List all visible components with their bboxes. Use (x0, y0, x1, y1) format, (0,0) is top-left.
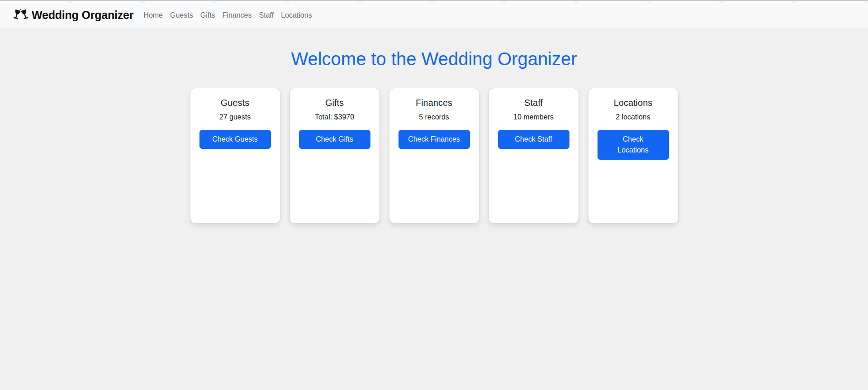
card-guests-count: 27 guests (198, 112, 273, 123)
check-finances-button[interactable]: Check Finances (398, 130, 470, 149)
page-title: Welcome to the Wedding Organizer (0, 48, 868, 70)
card-locations-count: 2 locations (596, 112, 671, 123)
card-staff-title: Staff (496, 97, 571, 108)
check-guests-button[interactable]: Check Guests (199, 130, 271, 149)
main-content: Welcome to the Wedding Organizer Guests … (0, 48, 868, 224)
navbar: Wedding Organizer Home Guests Gifts Fina… (0, 3, 868, 28)
brand-link[interactable]: Wedding Organizer (14, 8, 133, 23)
nav-link-guests[interactable]: Guests (166, 8, 197, 23)
card-finances-count: 5 records (397, 112, 472, 123)
card-gifts-total: Total: $3970 (297, 112, 372, 123)
cards-row: Guests 27 guests Check Guests Gifts Tota… (0, 88, 868, 224)
main-nav: Home Guests Gifts Finances Staff Locatio… (140, 8, 315, 23)
nav-link-finances[interactable]: Finances (219, 8, 256, 23)
check-gifts-button[interactable]: Check Gifts (299, 130, 370, 149)
card-finances-title: Finances (397, 97, 472, 108)
brand-title: Wedding Organizer (32, 9, 133, 22)
nav-link-home[interactable]: Home (140, 8, 166, 23)
card-gifts: Gifts Total: $3970 Check Gifts (289, 88, 380, 224)
nav-link-gifts[interactable]: Gifts (197, 8, 219, 23)
card-gifts-title: Gifts (297, 97, 372, 108)
card-staff: Staff 10 members Check Staff (489, 88, 579, 224)
card-guests-title: Guests (198, 97, 273, 108)
card-finances: Finances 5 records Check Finances (389, 88, 479, 224)
card-locations-title: Locations (596, 97, 671, 108)
nav-link-staff[interactable]: Staff (256, 8, 278, 23)
nav-link-locations[interactable]: Locations (277, 8, 316, 23)
card-guests: Guests 27 guests Check Guests (190, 88, 280, 224)
card-staff-count: 10 members (496, 112, 571, 123)
card-locations: Locations 2 locations Check Locations (588, 88, 678, 224)
check-staff-button[interactable]: Check Staff (498, 130, 569, 149)
clinking-glasses-icon (14, 8, 28, 23)
check-locations-button[interactable]: Check Locations (598, 130, 669, 160)
